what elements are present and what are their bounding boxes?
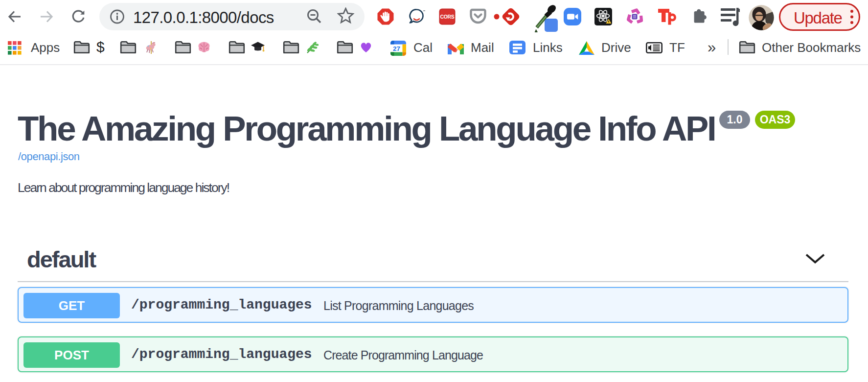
svg-text:CORS: CORS xyxy=(440,14,455,20)
svg-text:27: 27 xyxy=(393,45,400,52)
